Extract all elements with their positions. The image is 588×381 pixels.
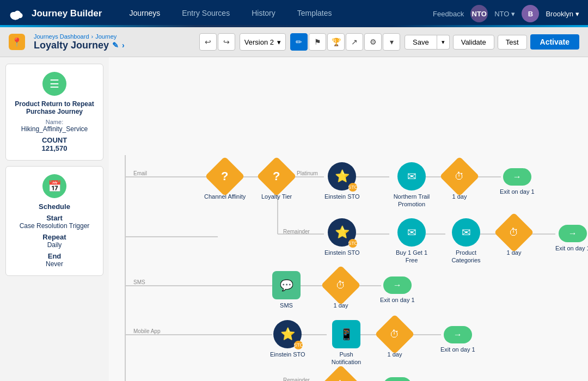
nav-tab-entry-sources[interactable]: Entry Sources xyxy=(171,0,241,27)
save-button[interactable]: Save xyxy=(405,35,437,50)
user-name: Brooklyn ▾ xyxy=(546,10,579,18)
loyalty-tier-node[interactable]: ? Loyalty Tier xyxy=(261,162,292,200)
top-navigation: Journey Builder Journeys Entry Sources H… xyxy=(0,0,588,27)
app-title: Journey Builder xyxy=(32,8,102,19)
timer-1-node[interactable]: ⏱ 1 day xyxy=(445,162,474,200)
schedule-icon: 📅 xyxy=(42,174,66,198)
breadcrumb: Journeys Dashboard › Journey xyxy=(34,33,125,40)
platinum-label: Platinum xyxy=(297,170,318,176)
main-content: ☰ Product Return to Repeat Purchase Jour… xyxy=(0,57,588,381)
remainder-label-2: Remainder xyxy=(283,377,310,381)
timer-2-node[interactable]: ⏱ 1 day xyxy=(500,218,528,256)
exit-2-node[interactable]: → Exit on day 1 xyxy=(555,225,588,252)
edit-view-button[interactable]: ✏ xyxy=(290,33,308,51)
name-value: Hiking_Affinity_Service xyxy=(14,125,95,133)
nav-tabs: Journeys Entry Sources History Templates xyxy=(118,0,342,27)
canvas-area[interactable]: Email Platinum Remainder SMS Mobile App … xyxy=(109,57,588,381)
count-value: 121,570 xyxy=(14,144,95,152)
channel-affinity-node[interactable]: ? Channel Affinity xyxy=(204,162,246,200)
push-notification-node[interactable]: 📱 Push Notification xyxy=(324,320,368,366)
entry-name: Product Return to Repeat Purchase Journe… xyxy=(14,100,95,115)
start-value: Case Resolution Trigger xyxy=(14,222,95,230)
exit-4-node[interactable]: → Exit on day 1 xyxy=(440,326,475,353)
email-label: Email xyxy=(133,170,147,176)
nav-right: Feedback NTO NTO ▾ B Brooklyn ▾ xyxy=(433,5,579,22)
action-buttons: Save ▾ Validate Test Activate xyxy=(405,34,579,50)
expand-icon[interactable]: › xyxy=(122,41,125,50)
logo-area: Journey Builder xyxy=(9,5,102,22)
nav-tab-history[interactable]: History xyxy=(241,0,286,27)
schedule-card: 📅 Schedule Start Case Resolution Trigger… xyxy=(5,166,103,276)
northern-trail-node[interactable]: ✉ Northern Trail Promotion xyxy=(390,162,433,208)
activate-button[interactable]: Activate xyxy=(530,34,579,50)
name-label: Name: xyxy=(14,119,95,125)
end-label: End xyxy=(14,252,95,260)
sms-label: SMS xyxy=(133,279,145,285)
canvas-inner: Email Platinum Remainder SMS Mobile App … xyxy=(109,57,588,381)
timer-4-node[interactable]: ⏱ 1 day xyxy=(381,320,409,358)
user-avatar: B xyxy=(522,5,539,22)
view-buttons: ✏ ⚑ 🏆 ↗ ⚙ ▾ xyxy=(290,33,400,51)
end-value: Never xyxy=(14,260,95,268)
test-button[interactable]: Test xyxy=(498,35,527,50)
breadcrumb-area: Journeys Dashboard › Journey Loyalty Jou… xyxy=(34,33,125,51)
timer-5-node[interactable]: ⏱ 1 day xyxy=(327,371,355,381)
svg-point-4 xyxy=(17,13,23,19)
version-select[interactable]: Version 2 ▾ xyxy=(240,33,286,51)
exit-3-node[interactable]: → Exit on day 1 xyxy=(380,276,415,304)
settings-icon[interactable]: ⚙ xyxy=(364,33,382,51)
count-label: COUNT xyxy=(14,136,95,144)
org-avatar: NTO xyxy=(470,5,488,22)
repeat-value: Daily xyxy=(14,241,95,249)
save-dropdown-button[interactable]: ▾ xyxy=(437,35,450,50)
svg-point-5 xyxy=(13,14,18,20)
schedule-title: Schedule xyxy=(14,202,95,211)
trophy-icon[interactable]: 🏆 xyxy=(327,33,345,51)
exit-5-node[interactable]: → Exit on day 1 xyxy=(380,377,415,381)
breadcrumb-current: Journey xyxy=(95,33,117,40)
left-panel: ☰ Product Return to Repeat Purchase Jour… xyxy=(0,57,109,381)
start-label: Start xyxy=(14,214,95,222)
product-categories-node[interactable]: ✉ Product Categories xyxy=(444,218,488,265)
repeat-label: Repeat xyxy=(14,233,95,241)
entry-icon: ☰ xyxy=(42,72,66,96)
org-name: NTO ▾ xyxy=(494,10,515,18)
toolbar: 📍 Journeys Dashboard › Journey Loyalty J… xyxy=(0,27,588,57)
settings-dropdown-icon[interactable]: ▾ xyxy=(383,33,400,51)
exit-1-node[interactable]: → Exit on day 1 xyxy=(500,168,535,195)
buy1get1-node[interactable]: ✉ Buy 1 Get 1 Free xyxy=(390,218,433,265)
journey-icon: 📍 xyxy=(9,34,25,50)
breadcrumb-sep: › xyxy=(91,33,94,40)
breadcrumb-parent[interactable]: Journeys Dashboard xyxy=(34,33,89,40)
edit-title-icon[interactable]: ✎ xyxy=(112,41,119,50)
validate-button[interactable]: Validate xyxy=(453,35,494,50)
einstein-sto-3-node[interactable]: ⭐ STO Einstein STO xyxy=(270,320,305,358)
salesforce-logo-icon xyxy=(9,5,26,22)
einstein-sto-2-node[interactable]: ⭐ STO Einstein STO xyxy=(324,218,360,256)
einstein-sto-1-node[interactable]: ⭐ STO Einstein STO xyxy=(324,162,360,200)
flag-view-button[interactable]: ⚑ xyxy=(309,33,326,51)
nav-tab-templates[interactable]: Templates xyxy=(286,0,343,27)
mobile-app-label: Mobile App xyxy=(133,328,160,334)
share-icon[interactable]: ↗ xyxy=(346,33,363,51)
redo-button[interactable]: ↪ xyxy=(218,33,235,51)
nav-tab-journeys[interactable]: Journeys xyxy=(118,0,171,27)
timer-3-node[interactable]: ⏱ 1 day xyxy=(327,271,355,309)
journey-title: Loyalty Journey ✎ › xyxy=(34,40,125,51)
entry-source-card: ☰ Product Return to Repeat Purchase Jour… xyxy=(5,64,103,161)
sms-node[interactable]: 💬 SMS xyxy=(272,271,301,309)
undo-button[interactable]: ↩ xyxy=(199,33,217,51)
feedback-button[interactable]: Feedback xyxy=(433,10,464,18)
history-buttons: ↩ ↪ xyxy=(199,33,235,51)
remainder-label-1: Remainder xyxy=(283,229,310,235)
save-button-group: Save ▾ xyxy=(405,35,450,50)
